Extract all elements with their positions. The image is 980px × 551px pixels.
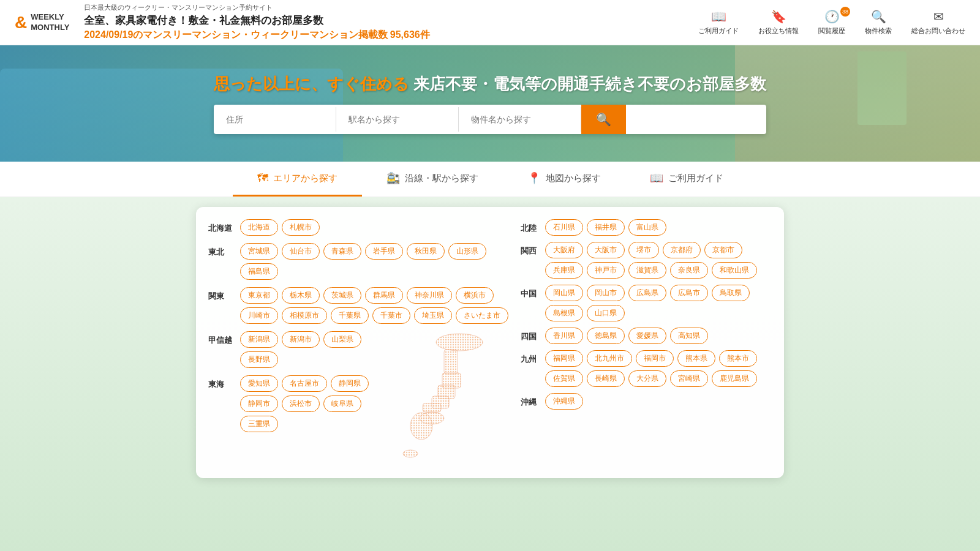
region-okinawa-label: 沖縄 bbox=[521, 393, 539, 408]
nav-info-label: お役立ち情報 bbox=[758, 26, 799, 36]
tag-kochi[interactable]: 高知県 bbox=[670, 328, 708, 344]
tag-sapporo[interactable]: 札幌市 bbox=[282, 219, 320, 236]
tag-fukushima[interactable]: 福島県 bbox=[240, 263, 278, 280]
region-kyushu-tags-wrapper: 福岡県 北九州市 福岡市 熊本県 熊本市 佐賀県 長崎県 大分県 宮崎県 鹿児島… bbox=[545, 350, 757, 387]
tag-shimane[interactable]: 島根県 bbox=[545, 305, 583, 321]
tabs-section: 🗺 エリアから探す 🚉 沿線・駅から探す 📍 地図から探す 📖 ご利用ガイド bbox=[0, 162, 980, 197]
tag-aichi[interactable]: 愛知県 bbox=[240, 375, 278, 392]
tag-nagoya[interactable]: 名古屋市 bbox=[282, 375, 327, 392]
tag-gunma[interactable]: 群馬県 bbox=[365, 287, 403, 304]
tag-nagano[interactable]: 長野県 bbox=[240, 351, 278, 368]
tag-niigata[interactable]: 新潟県 bbox=[240, 331, 278, 348]
tag-kitakyushu[interactable]: 北九州市 bbox=[587, 350, 632, 367]
tag-chiba-city[interactable]: 千葉市 bbox=[372, 307, 410, 324]
svg-point-9 bbox=[403, 450, 418, 457]
tag-tochigi[interactable]: 栃木県 bbox=[282, 287, 320, 304]
tabs-container: 🗺 エリアから探す 🚉 沿線・駅から探す 📍 地図から探す 📖 ご利用ガイド bbox=[233, 162, 748, 197]
tag-kagawa[interactable]: 香川県 bbox=[545, 328, 583, 344]
nav-history[interactable]: 🕐 38 閲覧履歴 bbox=[818, 9, 845, 36]
region-kansai-tags-row2: 兵庫県 神戸市 滋賀県 奈良県 和歌山県 bbox=[545, 262, 757, 279]
pin-icon: 📍 bbox=[527, 171, 541, 185]
region-koshinetsu-tags: 新潟県 新潟市 山梨県 長野県 bbox=[240, 331, 386, 368]
tag-tokyo[interactable]: 東京都 bbox=[240, 287, 278, 304]
tag-osaka-pref[interactable]: 大阪府 bbox=[545, 242, 583, 258]
tab-map[interactable]: 📍 地図から探す bbox=[503, 162, 625, 197]
bookmark-icon: 🔖 bbox=[771, 9, 786, 24]
tag-yokohama[interactable]: 横浜市 bbox=[456, 287, 494, 304]
tag-kanagawa[interactable]: 神奈川県 bbox=[407, 287, 452, 304]
tag-nara[interactable]: 奈良県 bbox=[670, 262, 708, 279]
tag-hiroshima[interactable]: 広島県 bbox=[628, 285, 666, 301]
tag-sagamihara[interactable]: 相模原市 bbox=[282, 307, 327, 324]
tab-area[interactable]: 🗺 エリアから探す bbox=[233, 162, 362, 197]
region-kanto-label: 関東 bbox=[208, 287, 233, 302]
tab-guide[interactable]: 📖 ご利用ガイド bbox=[625, 162, 748, 197]
region-chugoku-tags-row1: 岡山県 岡山市 広島県 広島市 鳥取県 bbox=[545, 285, 750, 301]
search-station-input[interactable] bbox=[336, 107, 459, 132]
tag-okinawa[interactable]: 沖縄県 bbox=[545, 393, 583, 410]
search-address-input[interactable] bbox=[214, 107, 336, 132]
tag-yamagata[interactable]: 山形県 bbox=[448, 243, 486, 260]
tag-fukuoka-city[interactable]: 福岡市 bbox=[636, 350, 674, 367]
tag-chiba[interactable]: 千葉県 bbox=[331, 307, 369, 324]
tag-hyogo[interactable]: 兵庫県 bbox=[545, 262, 583, 279]
tag-sendai[interactable]: 仙台市 bbox=[282, 243, 320, 260]
tag-fukui[interactable]: 福井県 bbox=[587, 219, 625, 236]
hero-content: 思った以上に、すぐ住める 来店不要・電気等の開通手続き不要のお部屋多数 🔍 bbox=[214, 73, 766, 134]
tag-aomori[interactable]: 青森県 bbox=[323, 243, 361, 260]
tag-yamanashi[interactable]: 山梨県 bbox=[323, 331, 361, 348]
region-koshinetsu-label: 甲信越 bbox=[208, 331, 233, 346]
tag-sakai[interactable]: 堺市 bbox=[628, 242, 659, 258]
tag-toyama[interactable]: 富山県 bbox=[628, 219, 666, 236]
japan-map-svg bbox=[398, 331, 508, 466]
tag-gifu[interactable]: 岐阜県 bbox=[323, 395, 361, 412]
tag-wakayama[interactable]: 和歌山県 bbox=[712, 262, 757, 279]
region-kyushu-row: 九州 福岡県 北九州市 福岡市 熊本県 熊本市 佐賀県 長崎県 大分県 bbox=[521, 350, 766, 387]
tag-shiga[interactable]: 滋賀県 bbox=[628, 262, 666, 279]
tab-line[interactable]: 🚉 沿線・駅から探す bbox=[362, 162, 503, 197]
tag-hamamatsu[interactable]: 浜松市 bbox=[282, 395, 320, 412]
tag-fukuoka[interactable]: 福岡県 bbox=[545, 350, 583, 367]
tag-tokushima[interactable]: 徳島県 bbox=[587, 328, 625, 344]
search-property-input[interactable] bbox=[459, 107, 581, 132]
region-okinawa-tags: 沖縄県 bbox=[545, 393, 583, 410]
tag-kobe[interactable]: 神戸市 bbox=[587, 262, 625, 279]
tag-kawasaki[interactable]: 川崎市 bbox=[240, 307, 278, 324]
tag-ibaraki[interactable]: 茨城県 bbox=[323, 287, 361, 304]
tag-iwate[interactable]: 岩手県 bbox=[365, 243, 403, 260]
tag-kyoto-pref[interactable]: 京都府 bbox=[663, 242, 701, 258]
tag-akita[interactable]: 秋田県 bbox=[407, 243, 445, 260]
nav-contact[interactable]: ✉ 総合お問い合わせ bbox=[911, 9, 965, 36]
tag-okayama-city[interactable]: 岡山市 bbox=[587, 285, 625, 301]
tag-hokkaido[interactable]: 北海道 bbox=[240, 219, 278, 236]
tag-saitama[interactable]: 埼玉県 bbox=[414, 307, 452, 324]
tag-yamaguchi[interactable]: 山口県 bbox=[587, 305, 625, 321]
tag-okayama[interactable]: 岡山県 bbox=[545, 285, 583, 301]
tag-saitama-city[interactable]: さいたま市 bbox=[456, 307, 508, 324]
tag-miyazaki[interactable]: 宮崎県 bbox=[670, 370, 708, 387]
tag-kumamoto[interactable]: 熊本県 bbox=[677, 350, 715, 367]
nav-search[interactable]: 🔍 物件検索 bbox=[865, 9, 892, 36]
logo[interactable]: & WEEKLY MONTHLY bbox=[15, 12, 69, 33]
tag-shizuoka-city[interactable]: 静岡市 bbox=[240, 395, 278, 412]
nav-info[interactable]: 🔖 お役立ち情報 bbox=[758, 9, 799, 36]
nav-guide[interactable]: 📖 ご利用ガイド bbox=[698, 9, 739, 36]
search-button[interactable]: 🔍 bbox=[581, 105, 626, 134]
tag-niigata-city[interactable]: 新潟市 bbox=[282, 331, 320, 348]
tag-miyagi[interactable]: 宮城県 bbox=[240, 243, 278, 260]
tag-oita[interactable]: 大分県 bbox=[628, 370, 666, 387]
nav-history-label: 閲覧履歴 bbox=[818, 26, 845, 36]
tag-mie[interactable]: 三重県 bbox=[240, 416, 278, 432]
tag-osaka-city[interactable]: 大阪市 bbox=[587, 242, 625, 258]
tag-shizuoka[interactable]: 静岡県 bbox=[331, 375, 369, 392]
tag-hiroshima-city[interactable]: 広島市 bbox=[670, 285, 708, 301]
tag-nagasaki[interactable]: 長崎県 bbox=[587, 370, 625, 387]
tag-tottori[interactable]: 鳥取県 bbox=[712, 285, 750, 301]
tag-kyoto-city[interactable]: 京都市 bbox=[704, 242, 742, 258]
tag-kumamoto-city[interactable]: 熊本市 bbox=[719, 350, 757, 367]
tag-ishikawa[interactable]: 石川県 bbox=[545, 219, 583, 236]
tag-saga[interactable]: 佐賀県 bbox=[545, 370, 583, 387]
guide-icon: 📖 bbox=[650, 171, 663, 185]
tag-kagoshima[interactable]: 鹿児島県 bbox=[712, 370, 757, 387]
tag-ehime[interactable]: 愛媛県 bbox=[628, 328, 666, 344]
